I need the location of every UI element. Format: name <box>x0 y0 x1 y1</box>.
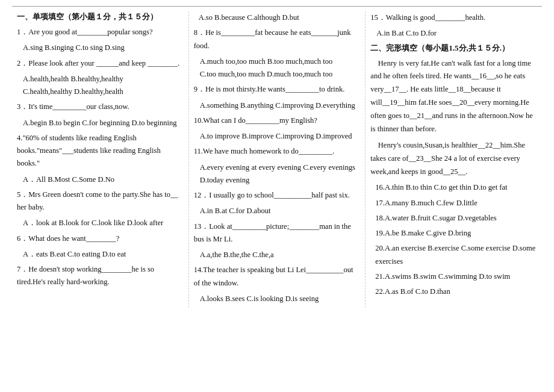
q12: 12．I usually go to school__________half … <box>194 189 361 202</box>
passage-para2: Henry's cousin,Susan,is healthier__22__h… <box>370 139 537 179</box>
q6-options: A．eats B.eat C.to eating D.to eat <box>23 248 184 261</box>
q6: 6．What does he want________? <box>17 232 184 245</box>
top-border <box>12 6 542 7</box>
q17-options: 17.A.many B.much C.few D.little <box>375 197 537 210</box>
q15-options: A.in B.at C.to D.for <box>376 27 537 40</box>
q1: 1．Are you good at________popular songs? <box>17 26 184 39</box>
q8-options: A.much too,too much B.too much,much too … <box>200 55 361 81</box>
q3: 3．It's time_________our class,now. <box>17 101 184 113</box>
right-column: 15．Walking is good________health. A.in B… <box>366 11 542 308</box>
q18-options: 18.A.water B.fruit C.sugar D.vegetables <box>375 212 537 225</box>
q13-options: A.a,the B.the,the C.the,a <box>200 249 361 261</box>
q10-options: A.to improve B.improve C.improving D.imp… <box>200 130 361 143</box>
q15: 15．Walking is good________health. <box>370 11 537 24</box>
q16-options: 16.A.thin B.to thin C.to get thin D.to g… <box>375 181 537 194</box>
q10: 10.What can I do_________my English? <box>194 114 361 127</box>
q8: 8．He is_________fat because he eats_____… <box>194 26 361 52</box>
q21-options: 21.A.swims B.swim C.swimming D.to swim <box>375 270 537 283</box>
main-columns: 一、单项填空（第小题１分，共１５分） 1．Are you good at____… <box>12 11 542 308</box>
q4-options: A．All B.Most C.Some D.No <box>23 173 184 186</box>
middle-column: A.so B.because C.although D.but 8．He is_… <box>189 11 366 308</box>
left-column: 一、单项填空（第小题１分，共１５分） 1．Are you good at____… <box>12 11 189 308</box>
q3-options: A.begin B.to begin C.for beginning D.to … <box>23 117 184 129</box>
section1-title: 一、单项填空（第小题１分，共１５分） <box>17 11 184 22</box>
q13: 13．Look at_________picture;________man i… <box>194 220 361 246</box>
q5-options: A．look at B.look for C.look like D.look … <box>23 217 184 229</box>
q2-options: A.health,health B.healthy,healthy C.heal… <box>23 73 184 99</box>
q19-options: 19.A.be B.make C.give D.bring <box>375 227 537 240</box>
q9-options: A.something B.anything C.improving D.eve… <box>200 99 361 112</box>
q22-options: 22.A.as B.of C.to D.than <box>375 285 537 298</box>
q5: 5．Mrs Green doesn't come to the party.Sh… <box>17 188 184 214</box>
q12-options: A.in B.at C.for D.about <box>200 205 361 217</box>
q7: 7．He doesn't stop working________he is s… <box>17 263 184 289</box>
q14: 14.The teacher is speaking but Li Lei___… <box>194 264 361 290</box>
passage-para1: Henry is very fat.He can't walk fast for… <box>370 57 537 136</box>
q14-options: A.looks B.sees C.is looking D.is seeing <box>200 293 361 305</box>
q1-options: A.sing B.singing C.to sing D.sing <box>23 42 184 54</box>
q9: 9．He is mot thirsty.He wants_________to … <box>194 83 361 96</box>
section2-title: 二、完形填空（每小题1.5分,共１５分.） <box>370 43 537 54</box>
q_so_options: A.so B.because C.although D.but <box>199 11 361 24</box>
q2: 2．Please look after your ______and keep … <box>17 57 184 70</box>
q20-options: 20.A.an exercise B.exercise C.some exerc… <box>375 242 537 268</box>
q11-options: A.every evening at every evening C.every… <box>200 161 361 187</box>
q11: 11.We have much homework to do_________. <box>194 145 361 158</box>
q4: 4."60% of students like reading English … <box>17 132 184 170</box>
